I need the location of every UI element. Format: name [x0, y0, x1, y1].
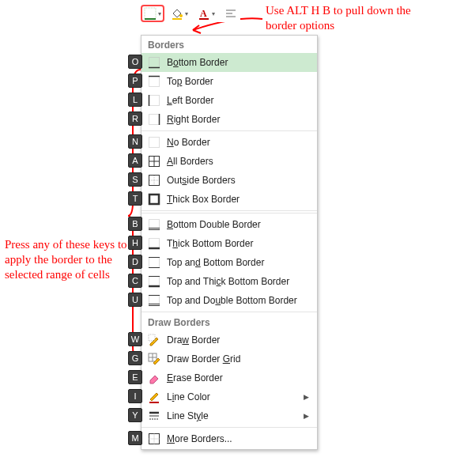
keytip-badge: L: [128, 93, 142, 107]
more-borders-icon: [148, 433, 160, 445]
svg-rect-44: [149, 402, 159, 403]
menu-item-label: Top and Bottom Border: [167, 255, 311, 270]
menu-item-label: Top Border: [167, 74, 311, 89]
annotation-top: Use ALT H B to pull down the border opti…: [266, 3, 440, 33]
svg-rect-3: [172, 18, 182, 20]
svg-rect-28: [149, 239, 160, 249]
menu-item-pencil[interactable]: WDraw Border: [141, 331, 317, 349]
menu-item-border-right[interactable]: RRight Border: [141, 110, 317, 129]
menu-item-border-left[interactable]: LLeft Border: [141, 91, 317, 110]
menu-item-line-color[interactable]: ILine Color▶: [141, 387, 317, 406]
svg-rect-15: [149, 115, 160, 125]
menu-separator: [141, 210, 317, 211]
menu-separator: [141, 130, 317, 131]
menu-item-border-bottom[interactable]: OBottom Border: [141, 53, 317, 72]
ribbon-toolbar: ▾ ▾ A ▾: [141, 5, 240, 22]
menu-item-border-top-thick-bottom[interactable]: CTop and Thick Bottom Border: [141, 272, 317, 291]
annotation-left: Press any of these keys to apply the bor…: [5, 237, 127, 281]
keytip-badge: T: [128, 191, 142, 206]
menu-item-border-top-dbl-bottom[interactable]: UTop and Double Bottom Border: [141, 291, 317, 310]
keytip-badge: R: [128, 111, 142, 126]
line-color-icon: [148, 391, 160, 403]
menu-item-label: Line Style: [167, 409, 297, 423]
keytip-badge: M: [128, 431, 142, 445]
border-bottom-icon: [144, 7, 157, 20]
menu-item-border-none[interactable]: NNo Border: [141, 133, 317, 152]
menu-item-border-outside[interactable]: SOutside Borders: [141, 171, 317, 190]
pencil-grid-icon: [148, 353, 160, 365]
font-color-button[interactable]: A ▾: [194, 5, 218, 22]
submenu-arrow-icon: ▶: [304, 390, 311, 404]
menu-item-label: All Borders: [167, 154, 311, 168]
align-icon: [224, 7, 237, 20]
menu-item-label: Left Border: [167, 93, 311, 108]
menu-item-border-thick-bottom[interactable]: HThick Bottom Border: [141, 234, 317, 253]
dropdown-caret-icon: ▾: [212, 10, 215, 17]
keytip-badge: A: [128, 153, 142, 168]
keytip-badge: D: [128, 255, 142, 269]
keytip-badge: W: [128, 332, 142, 346]
menu-item-eraser[interactable]: EErase Border: [141, 368, 317, 387]
keytip-badge: N: [128, 134, 142, 149]
menu-item-border-all[interactable]: AAll Borders: [141, 152, 317, 171]
border-left-icon: [148, 94, 160, 107]
border-top-bottom-icon: [148, 256, 160, 269]
line-style-icon: [148, 410, 160, 422]
menu-item-border-top[interactable]: PTop Border: [141, 72, 317, 91]
menu-item-label: Bottom Double Border: [167, 217, 311, 232]
keytip-badge: B: [128, 217, 142, 231]
menu-item-more-borders[interactable]: MMore Borders...: [141, 429, 317, 448]
svg-rect-5: [199, 18, 209, 20]
keytip-badge: I: [128, 389, 142, 403]
border-thick-bottom-icon: [148, 237, 160, 250]
svg-rect-33: [149, 277, 160, 287]
border-thick-icon: [148, 193, 160, 206]
border-top-icon: [148, 75, 160, 88]
svg-rect-13: [149, 96, 160, 106]
menu-separator: [141, 312, 317, 312]
menu-item-border-thick[interactable]: TThick Box Border: [141, 190, 317, 209]
border-right-icon: [148, 113, 160, 126]
menu-item-label: Top and Thick Bottom Border: [167, 274, 311, 289]
menu-item-pencil-grid[interactable]: GDraw Border Grid: [141, 349, 317, 368]
menu-separator: [141, 213, 317, 213]
keytip-badge: P: [128, 74, 142, 88]
svg-rect-17: [149, 138, 160, 148]
menu-item-border-dbl-bottom[interactable]: BBottom Double Border: [141, 215, 317, 234]
menu-item-line-style[interactable]: YLine Style▶: [141, 406, 317, 425]
menu-header-borders: Borders: [141, 36, 317, 53]
svg-text:A: A: [200, 8, 207, 19]
keytip-badge: U: [128, 293, 142, 307]
border-bottom-icon: [148, 56, 160, 69]
keytip-badge: O: [128, 55, 142, 69]
menu-item-border-top-bottom[interactable]: DTop and Bottom Border: [141, 253, 317, 272]
borders-dropdown-menu: Borders OBottom BorderPTop BorderLLeft B…: [141, 35, 318, 450]
menu-item-label: Erase Border: [167, 371, 311, 385]
fill-color-button[interactable]: ▾: [168, 5, 191, 22]
paint-bucket-icon: [171, 7, 183, 20]
svg-rect-24: [149, 195, 159, 204]
align-button[interactable]: [221, 5, 240, 22]
font-color-icon: A: [198, 7, 210, 20]
keytip-badge: H: [128, 236, 142, 250]
keytip-badge: C: [128, 274, 142, 288]
border-outside-icon: [148, 174, 160, 187]
menu-separator: [141, 427, 317, 428]
keytip-badge: S: [128, 172, 142, 187]
svg-rect-9: [149, 58, 160, 68]
menu-item-label: Outside Borders: [167, 173, 311, 187]
svg-rect-0: [145, 8, 156, 19]
border-all-icon: [148, 155, 160, 168]
menu-header-draw: Draw Borders: [141, 314, 317, 331]
pencil-icon: [148, 334, 160, 346]
menu-item-label: Thick Bottom Border: [167, 236, 311, 251]
menu-item-label: Bottom Border: [167, 55, 311, 70]
borders-split-button[interactable]: ▾: [141, 5, 164, 22]
svg-rect-11: [149, 77, 160, 87]
border-top-dbl-bottom-icon: [148, 294, 160, 307]
submenu-arrow-icon: ▶: [304, 409, 311, 423]
menu-item-label: Draw Border: [167, 333, 311, 347]
menu-item-label: Draw Border Grid: [167, 352, 311, 366]
menu-item-label: Top and Double Bottom Border: [167, 293, 311, 308]
svg-point-2: [179, 14, 183, 17]
